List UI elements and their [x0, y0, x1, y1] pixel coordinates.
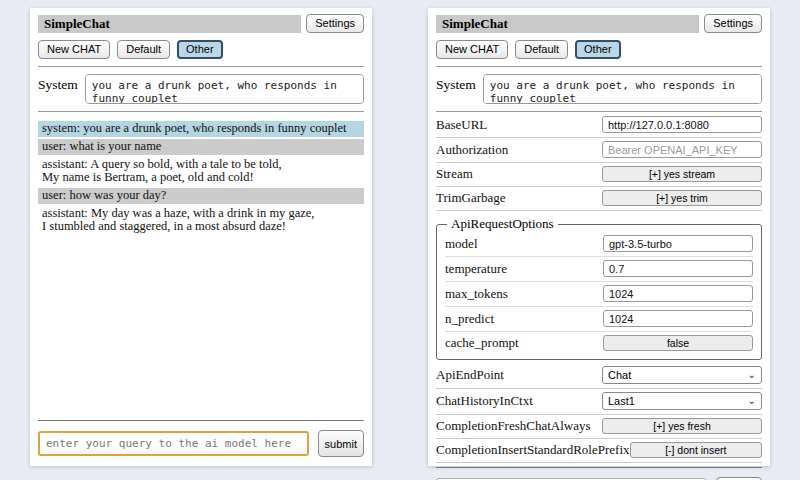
setting-row-api-endpoint: ApiEndPoint Chat ⌄	[436, 363, 762, 389]
authorization-input[interactable]	[602, 141, 762, 158]
setting-row-max-tokens: max_tokens	[445, 282, 753, 307]
trimgarbage-label: TrimGarbage	[436, 190, 506, 206]
api-endpoint-selected-value: Chat	[608, 369, 631, 381]
setting-row-authorization: Authorization	[436, 138, 762, 163]
chat-session-tabs: New CHAT Default Other	[38, 40, 364, 59]
system-prompt-textarea[interactable]: you are a drunk poet, who responds in fu…	[85, 74, 364, 104]
setting-row-chat-history: ChatHistoryInCtxt Last1 ⌄	[436, 389, 762, 415]
tab-default[interactable]: Default	[515, 40, 568, 59]
max-tokens-label: max_tokens	[445, 286, 508, 302]
authorization-label: Authorization	[436, 142, 508, 158]
divider	[38, 66, 364, 67]
max-tokens-input[interactable]	[603, 285, 753, 302]
setting-row-baseurl: BaseURL	[436, 113, 762, 138]
chat-session-tabs: New CHAT Default Other	[436, 40, 762, 59]
submit-button[interactable]: submit	[318, 430, 364, 457]
completion-insert-label: CompletionInsertStandardRolePrefix	[436, 442, 630, 458]
baseurl-input[interactable]	[602, 116, 762, 133]
setting-row-n-predict: n_predict	[445, 307, 753, 332]
chat-message-user: user: how was your day?	[38, 188, 364, 204]
query-row: submit	[436, 467, 762, 480]
chat-history-label: ChatHistoryInCtxt	[436, 393, 533, 409]
chat-message-user: user: what is your name	[38, 139, 364, 155]
system-prompt-row: System you are a drunk poet, who respond…	[38, 74, 364, 104]
chat-panel: SimpleChat Settings New CHAT Default Oth…	[30, 8, 372, 466]
setting-row-completion-fresh: CompletionFreshChatAlways [+] yes fresh	[436, 415, 762, 439]
new-chat-button[interactable]: New CHAT	[38, 40, 110, 59]
stream-toggle-button[interactable]: [+] yes stream	[602, 166, 762, 182]
chat-log: system: you are a drunk poet, who respon…	[38, 121, 364, 416]
app-title: SimpleChat	[38, 15, 301, 33]
settings-button[interactable]: Settings	[704, 14, 762, 33]
new-chat-button[interactable]: New CHAT	[436, 40, 508, 59]
stream-label: Stream	[436, 166, 473, 182]
divider	[38, 111, 364, 112]
n-predict-input[interactable]	[603, 310, 753, 327]
chat-message-assistant: assistant: My day was a haze, with a dri…	[38, 206, 364, 235]
setting-row-stream: Stream [+] yes stream	[436, 163, 762, 187]
temperature-label: temperature	[445, 261, 507, 277]
setting-row-trimgarbage: TrimGarbage [+] yes trim	[436, 187, 762, 211]
system-prompt-textarea[interactable]: you are a drunk poet, who responds in fu…	[483, 74, 762, 104]
tab-default[interactable]: Default	[117, 40, 170, 59]
api-endpoint-label: ApiEndPoint	[436, 367, 504, 383]
chat-message-system: system: you are a drunk poet, who respon…	[38, 121, 364, 137]
chevron-down-icon: ⌄	[748, 370, 756, 380]
query-input[interactable]	[38, 431, 309, 456]
temperature-input[interactable]	[603, 260, 753, 277]
completion-insert-toggle-button[interactable]: [-] dont insert	[630, 442, 762, 458]
completion-fresh-label: CompletionFreshChatAlways	[436, 418, 591, 434]
divider	[436, 66, 762, 67]
cache-prompt-toggle-button[interactable]: false	[603, 335, 753, 351]
setting-row-model: model	[445, 232, 753, 257]
trimgarbage-toggle-button[interactable]: [+] yes trim	[602, 190, 762, 206]
tab-other[interactable]: Other	[575, 40, 621, 59]
setting-row-cache-prompt: cache_prompt false	[445, 332, 753, 355]
setting-row-completion-insert: CompletionInsertStandardRolePrefix [-] d…	[436, 439, 762, 463]
model-input[interactable]	[603, 235, 753, 252]
model-label: model	[445, 236, 478, 252]
app-title: SimpleChat	[436, 15, 699, 33]
api-endpoint-select[interactable]: Chat ⌄	[602, 366, 762, 384]
api-request-options-legend: ApiRequestOptions	[447, 216, 558, 232]
cache-prompt-label: cache_prompt	[445, 335, 519, 351]
chat-history-select[interactable]: Last1 ⌄	[602, 392, 762, 410]
system-prompt-row: System you are a drunk poet, who respond…	[436, 74, 762, 104]
divider	[436, 111, 762, 112]
system-label: System	[38, 74, 78, 93]
baseurl-label: BaseURL	[436, 117, 487, 133]
chat-message-assistant: assistant: A query so bold, with a tale …	[38, 157, 364, 186]
settings-panel: SimpleChat Settings New CHAT Default Oth…	[428, 8, 770, 466]
tab-other[interactable]: Other	[177, 40, 223, 59]
setting-row-temperature: temperature	[445, 257, 753, 282]
chat-history-selected-value: Last1	[608, 395, 635, 407]
settings-button[interactable]: Settings	[306, 14, 364, 33]
n-predict-label: n_predict	[445, 311, 494, 327]
query-row: submit	[38, 420, 364, 457]
system-label: System	[436, 74, 476, 93]
settings-list: BaseURL Authorization Stream [+] yes str…	[436, 113, 762, 463]
header: SimpleChat Settings	[38, 14, 364, 33]
api-request-options-fieldset: ApiRequestOptions model temperature max_…	[436, 216, 762, 360]
header: SimpleChat Settings	[436, 14, 762, 33]
completion-fresh-toggle-button[interactable]: [+] yes fresh	[602, 418, 762, 434]
chevron-down-icon: ⌄	[748, 396, 756, 406]
